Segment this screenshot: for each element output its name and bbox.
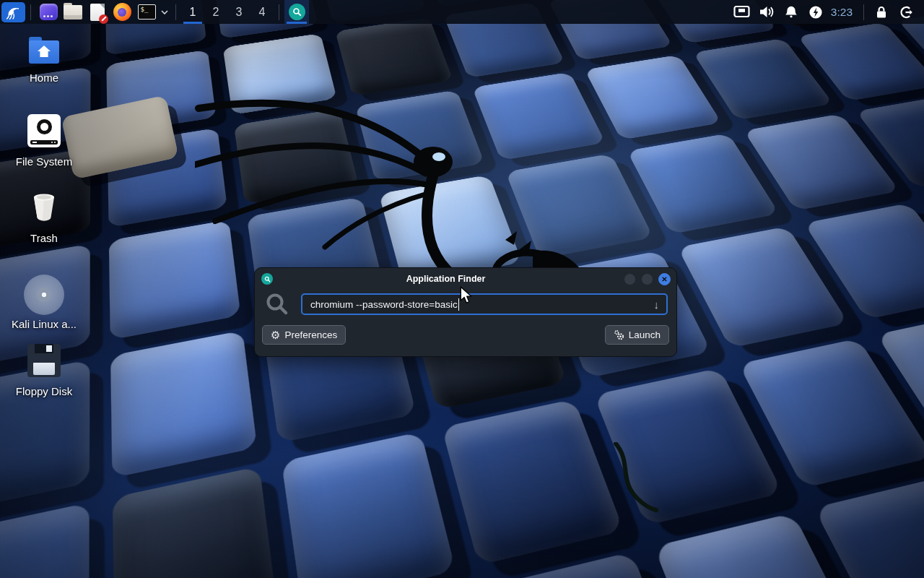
wallpaper-cube bbox=[223, 33, 337, 114]
top-panel: $_ 1 2 3 4 bbox=[0, 0, 924, 24]
workspace-1[interactable]: 1 bbox=[181, 0, 204, 24]
search-icon-large bbox=[265, 292, 289, 316]
wallpaper-cube bbox=[282, 432, 456, 578]
desktop-icon-label: File System bbox=[16, 155, 72, 168]
preferences-button-label: Preferences bbox=[284, 329, 337, 340]
wallpaper-cube bbox=[0, 502, 90, 578]
purple-window-icon bbox=[40, 4, 58, 20]
launcher-dropdown-toggle[interactable] bbox=[159, 0, 170, 24]
lock-icon bbox=[874, 5, 889, 20]
notifications-tray-item[interactable] bbox=[779, 0, 803, 24]
bell-icon bbox=[784, 5, 798, 20]
window-icon-search bbox=[261, 273, 273, 285]
search-icon bbox=[289, 4, 305, 20]
firefox-icon bbox=[113, 3, 131, 21]
launcher-terminal[interactable]: $_ bbox=[134, 0, 159, 24]
panel-separator bbox=[279, 4, 279, 20]
desktop-icon-file-system[interactable]: File System bbox=[11, 114, 77, 168]
wallpaper-cube bbox=[111, 330, 258, 478]
desktop-icon-label: Trash bbox=[30, 232, 58, 244]
cdrom-disc-icon bbox=[24, 275, 64, 315]
close-button[interactable]: ✕ bbox=[658, 273, 671, 285]
trash-icon bbox=[27, 191, 61, 224]
wallpaper-cube bbox=[442, 399, 624, 565]
launcher-file-manager[interactable] bbox=[61, 0, 85, 24]
terminal-icon: $_ bbox=[138, 4, 156, 20]
logout-icon bbox=[899, 5, 914, 20]
house-glyph bbox=[37, 45, 51, 58]
workspace-3[interactable]: 3 bbox=[227, 0, 250, 24]
command-input-value: chromium --password-store=basic bbox=[310, 299, 458, 310]
launcher-text-editor[interactable] bbox=[85, 0, 110, 24]
window-title: Application Finder bbox=[273, 274, 619, 284]
panel-separator bbox=[175, 4, 176, 20]
desktop-icon-floppy[interactable]: Floppy Disk bbox=[11, 344, 77, 397]
workspace-4[interactable]: 4 bbox=[250, 0, 274, 24]
wallpaper-cube bbox=[113, 466, 278, 578]
wallpaper-cube bbox=[472, 72, 606, 160]
volume-icon bbox=[759, 5, 775, 19]
chevron-down-icon bbox=[161, 10, 168, 14]
wallpaper-cube bbox=[234, 108, 359, 204]
desktop-icon-label: Kali Linux a... bbox=[12, 318, 77, 330]
launcher-window-app[interactable] bbox=[36, 0, 61, 24]
wallpaper-cube bbox=[109, 220, 241, 340]
desktop-icon-home[interactable]: Home bbox=[11, 40, 77, 84]
workspace-2[interactable]: 2 bbox=[204, 0, 227, 24]
launcher-firefox[interactable] bbox=[110, 0, 134, 24]
mouse-cursor bbox=[460, 286, 472, 304]
desktop-icon-label: Home bbox=[30, 72, 58, 84]
command-input[interactable]: chromium --password-store=basic ↓ bbox=[301, 293, 668, 315]
gear-icon: ⚙ bbox=[271, 329, 280, 340]
launch-button[interactable]: Launch bbox=[605, 325, 669, 345]
panel-separator bbox=[863, 4, 864, 20]
panel-separator bbox=[30, 4, 31, 20]
kali-logo-icon bbox=[6, 5, 22, 20]
desktop-icon-label: Floppy Disk bbox=[16, 385, 72, 397]
desktop-icon-kali-cd[interactable]: Kali Linux a... bbox=[11, 275, 77, 330]
launch-button-label: Launch bbox=[629, 329, 661, 340]
power-manager-tray-item[interactable] bbox=[803, 0, 828, 24]
minimize-button[interactable] bbox=[624, 273, 636, 285]
volume-tray-item[interactable] bbox=[754, 0, 779, 24]
folder-icon bbox=[64, 5, 82, 20]
wallpaper-cube bbox=[355, 90, 484, 182]
run-gears-icon bbox=[614, 329, 624, 340]
maximize-button[interactable] bbox=[641, 273, 653, 285]
dropdown-arrow-icon[interactable]: ↓ bbox=[654, 298, 660, 311]
wallpaper-cube bbox=[505, 153, 653, 259]
battery-power-icon bbox=[808, 5, 823, 20]
app-finder-taskbar-button[interactable] bbox=[284, 0, 309, 24]
clock[interactable]: 3:23 bbox=[831, 6, 853, 19]
application-finder-window: Application Finder ✕ chromium --password… bbox=[254, 267, 677, 357]
network-tray-item[interactable] bbox=[730, 0, 754, 24]
hard-drive-icon bbox=[27, 114, 61, 147]
logout-button[interactable] bbox=[894, 0, 918, 24]
document-edit-icon bbox=[90, 4, 105, 21]
wallpaper-cube bbox=[584, 55, 721, 140]
wallpaper-cube bbox=[335, 17, 453, 95]
floppy-disk-icon bbox=[27, 344, 61, 377]
home-folder-icon bbox=[29, 40, 59, 64]
text-caret bbox=[458, 298, 460, 311]
wallpaper-cube bbox=[814, 476, 924, 578]
desktop-icon-trash[interactable]: Trash bbox=[11, 191, 77, 244]
lock-screen-button[interactable] bbox=[869, 0, 894, 24]
preferences-button[interactable]: ⚙ Preferences bbox=[262, 325, 346, 345]
applications-menu-button[interactable] bbox=[1, 2, 25, 22]
network-icon bbox=[733, 5, 750, 19]
